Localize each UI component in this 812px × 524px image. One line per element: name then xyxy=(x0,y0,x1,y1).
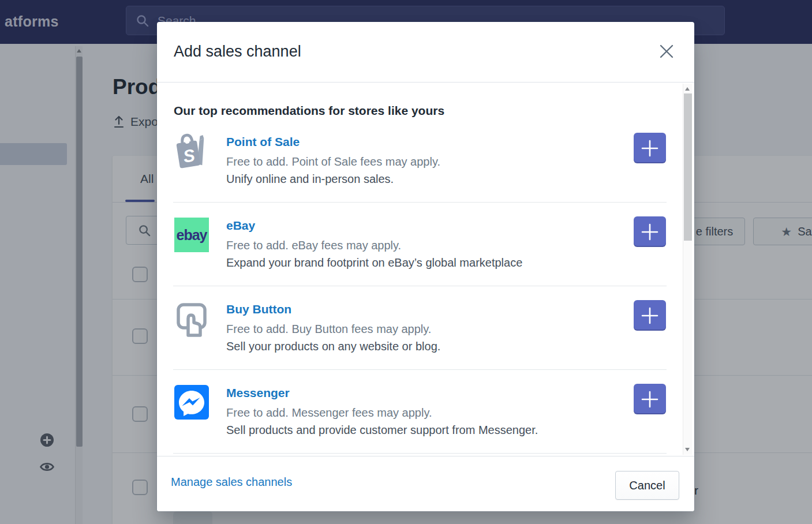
cancel-button[interactable]: Cancel xyxy=(615,471,679,500)
buy-button-icon xyxy=(174,300,209,337)
channel-name-link[interactable]: Buy Button xyxy=(226,302,291,316)
plus-icon xyxy=(641,307,658,324)
plus-icon xyxy=(641,140,658,157)
channel-description: Sell your products on any website or blo… xyxy=(226,340,440,353)
channel-name-link[interactable]: Messenger xyxy=(226,386,290,400)
modal-body: Our top recommendations for stores like … xyxy=(157,83,694,456)
channel-description: Unify online and in-person sales. xyxy=(226,173,394,186)
scroll-up-icon xyxy=(685,87,690,91)
add-channel-button[interactable] xyxy=(634,384,666,414)
modal-scrollbar[interactable] xyxy=(683,84,692,455)
row-divider xyxy=(173,453,667,454)
modal-footer: Manage sales channels Cancel xyxy=(157,456,694,511)
ebay-logo-text: ebay xyxy=(177,227,207,244)
recommendations-heading: Our top recommendations for stores like … xyxy=(174,104,444,118)
channel-list: S Point of Sale Free to add. Point of Sa… xyxy=(157,119,694,454)
channel-description: Expand your brand footprint on eBay’s gl… xyxy=(226,256,522,270)
channel-row-messenger: Messenger Free to add. Messenger fees ma… xyxy=(157,370,694,454)
add-channel-button[interactable] xyxy=(634,216,666,247)
channel-fees: Free to add. Point of Sale fees may appl… xyxy=(226,155,440,169)
scroll-down-icon xyxy=(685,448,690,451)
modal-header: Add sales channel xyxy=(157,22,694,83)
channel-description: Sell products and provide customer suppo… xyxy=(226,424,538,437)
plus-icon xyxy=(641,223,658,241)
add-sales-channel-modal: Add sales channel Our top recommendation… xyxy=(157,22,694,511)
plus-icon xyxy=(641,391,658,408)
manage-sales-channels-link[interactable]: Manage sales channels xyxy=(171,476,292,489)
add-channel-button[interactable] xyxy=(634,133,666,163)
modal-title: Add sales channel xyxy=(174,43,301,61)
channel-row-ebay: ebay eBay Free to add. eBay fees may app… xyxy=(157,203,694,286)
close-icon xyxy=(658,43,675,60)
channel-row-buy-button: Buy Button Free to add. Buy Button fees … xyxy=(157,286,694,370)
channel-row-point-of-sale: S Point of Sale Free to add. Point of Sa… xyxy=(157,119,694,203)
close-button[interactable] xyxy=(656,42,677,62)
channel-name-link[interactable]: Point of Sale xyxy=(226,135,300,149)
channel-fees: Free to add. Buy Button fees may apply. xyxy=(226,323,431,336)
shopify-pos-icon: S xyxy=(174,133,209,170)
modal-scrollbar-thumb[interactable] xyxy=(684,93,692,241)
add-channel-button[interactable] xyxy=(634,300,666,331)
messenger-icon xyxy=(174,385,209,420)
channel-name-link[interactable]: eBay xyxy=(226,219,255,233)
channel-fees: Free to add. eBay fees may apply. xyxy=(226,239,401,252)
app-root: atforms Prod Expo Al xyxy=(0,0,812,524)
channel-fees: Free to add. Messenger fees may apply. xyxy=(226,406,432,420)
ebay-icon: ebay xyxy=(174,218,209,252)
